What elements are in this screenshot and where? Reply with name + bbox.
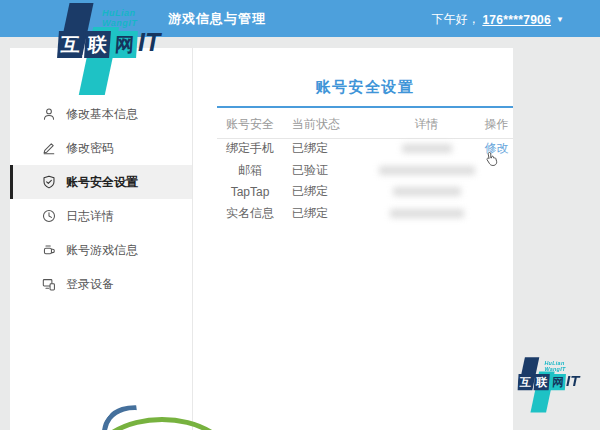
sidebar-item-log-details[interactable]: 日志详情 xyxy=(10,199,192,233)
greeting-text: 下午好， xyxy=(431,11,479,28)
pencil-icon xyxy=(42,141,56,155)
row-detail xyxy=(373,144,480,153)
sidebar-item-label: 修改密码 xyxy=(66,140,114,157)
sidebar-item-label: 修改基本信息 xyxy=(66,106,138,123)
chevron-down-icon: ▼ xyxy=(556,15,564,24)
row-name: 邮箱 xyxy=(217,162,283,179)
logo-char-block: 互 xyxy=(517,374,533,390)
row-status: 已绑定 xyxy=(283,205,373,222)
title-underline xyxy=(217,106,513,108)
logo-char-block: 联 xyxy=(534,374,550,390)
sidebar-item-account-game-info[interactable]: 账号游戏信息 xyxy=(10,233,192,267)
sidebar-item-label: 账号游戏信息 xyxy=(66,242,138,259)
row-name: TapTap xyxy=(217,185,283,199)
sidebar-item-label: 账号安全设置 xyxy=(66,174,138,191)
table-row: TapTap已绑定 xyxy=(217,181,513,202)
col-header-status: 当前状态 xyxy=(283,116,373,133)
redacted-detail xyxy=(379,166,475,175)
row-status: 已绑定 xyxy=(283,140,373,157)
sidebar-item-change-password[interactable]: 修改密码 xyxy=(10,131,192,165)
row-detail xyxy=(373,209,480,218)
table-row: 邮箱已验证 xyxy=(217,160,513,181)
logo-latin-text: HuLianWangIT xyxy=(544,360,565,372)
row-name: 绑定手机 xyxy=(217,140,283,157)
col-header-detail: 详情 xyxy=(373,116,480,133)
sidebar-item-login-devices[interactable]: 登录设备 xyxy=(10,267,192,301)
logo-navy-bar xyxy=(518,357,539,388)
sidebar-item-label: 日志详情 xyxy=(66,208,114,225)
redacted-detail xyxy=(393,187,461,196)
sidebar-item-account-security[interactable]: 账号安全设置 xyxy=(10,165,192,199)
account-dropdown[interactable]: 下午好， 176****7906 ▼ xyxy=(431,11,564,28)
page-title: 账号安全设置 xyxy=(217,78,513,97)
app-title: 游戏信息与管理 xyxy=(168,10,266,28)
game-cup-icon xyxy=(42,243,56,257)
clock-icon xyxy=(42,209,56,223)
shield-check-icon xyxy=(42,175,56,189)
col-header-security: 账号安全 xyxy=(217,116,283,133)
redacted-detail xyxy=(390,209,464,218)
logo-teal-bar xyxy=(530,372,554,413)
row-name: 实名信息 xyxy=(217,205,283,222)
row-detail xyxy=(373,187,480,196)
table-header-row: 账号安全 当前状态 详情 操作 xyxy=(217,114,513,135)
table-row: 实名信息已绑定 xyxy=(217,203,513,224)
sidebar-item-label: 登录设备 xyxy=(66,276,114,293)
user-icon xyxy=(42,107,56,121)
devices-icon xyxy=(42,277,56,291)
logo-char-block: 网 xyxy=(550,374,566,390)
mouse-hand-cursor-icon xyxy=(485,151,499,167)
sidebar-item-modify-basic-info[interactable]: 修改基本信息 xyxy=(10,97,192,131)
account-phone[interactable]: 176****7906 xyxy=(482,13,551,27)
main-panel: 账号安全设置 账号安全 当前状态 详情 操作 绑定手机已绑定修改邮箱已验证Tap… xyxy=(217,48,513,430)
row-status: 已绑定 xyxy=(283,183,373,200)
logo-it-text: IT xyxy=(566,372,579,389)
row-detail xyxy=(373,166,480,175)
top-header-bar: 游戏信息与管理 下午好， 176****7906 ▼ xyxy=(0,0,600,37)
col-header-action: 操作 xyxy=(480,116,513,133)
sidebar-nav: 修改基本信息修改密码账号安全设置日志详情账号游戏信息登录设备 xyxy=(10,48,193,430)
table-row: 绑定手机已绑定修改 xyxy=(217,138,513,159)
content-card: 修改基本信息修改密码账号安全设置日志详情账号游戏信息登录设备 账号安全设置 账号… xyxy=(10,48,513,430)
row-status: 已验证 xyxy=(283,162,373,179)
redacted-detail xyxy=(402,144,452,153)
